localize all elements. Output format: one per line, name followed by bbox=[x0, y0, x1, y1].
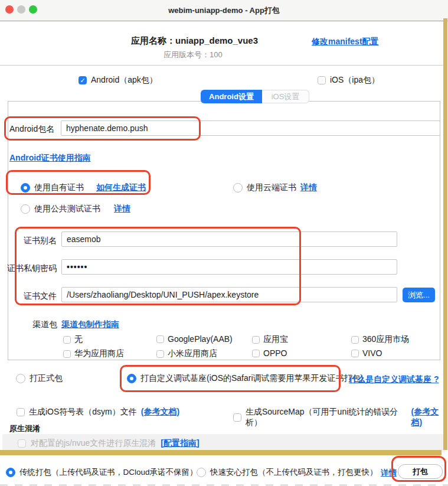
cert-alias-label: 证书别名 bbox=[0, 236, 57, 246]
channel-360-row: 360应用市场 bbox=[351, 334, 409, 345]
cloud-cert-label: 使用云端证书 bbox=[247, 182, 296, 193]
channel-vivo-label: VIVO bbox=[362, 348, 382, 358]
channel-xiaomi-checkbox[interactable] bbox=[156, 350, 164, 358]
channel-none-label: 无 bbox=[74, 334, 83, 345]
ios-platform-label: iOS（ipa包） bbox=[330, 75, 380, 86]
channel-oppo-label: OPPO bbox=[263, 348, 287, 358]
channel-huawei-row: 华为应用商店 bbox=[63, 348, 124, 359]
android-platform-label: Android（apk包） bbox=[91, 75, 158, 86]
custom-base-label: 打自定义调试基座(iOS的Safari调试需要用苹果开发证书打包) bbox=[140, 373, 363, 384]
cert-guide-link[interactable]: Android证书使用指南 bbox=[9, 153, 91, 164]
public-cert-radio[interactable] bbox=[21, 204, 30, 214]
dsym-row: 生成iOS符号表（dsym）文件 (参考文档) bbox=[17, 407, 179, 417]
own-cert-label: 使用自有证书 bbox=[34, 182, 84, 193]
sourcemap-label: 生成SourceMap（可用于uni统计的错误分析） bbox=[246, 407, 407, 428]
cloud-cert-radio[interactable] bbox=[233, 183, 243, 193]
package-name-label: Android包名 bbox=[9, 124, 54, 135]
browse-button[interactable]: 浏览... bbox=[403, 288, 435, 302]
sourcemap-row: 生成SourceMap（可用于uni统计的错误分析） (参考文档) bbox=[233, 407, 448, 428]
sourcemap-checkbox[interactable] bbox=[233, 413, 241, 422]
traditional-package-row: 传统打包（上传代码及证书，DCloud承诺不保留） bbox=[6, 467, 198, 478]
channel-guide-link[interactable]: 渠道包制作指南 bbox=[61, 319, 119, 330]
fast-package-radio[interactable] bbox=[197, 468, 206, 477]
titlebar: webim-uniapp-demo - App打包 bbox=[0, 0, 448, 21]
horizontal-scrollbar[interactable] bbox=[0, 450, 442, 455]
obfuscation-title: 原生混淆 bbox=[9, 423, 40, 434]
public-cert-label: 使用公共测试证书 bbox=[34, 204, 100, 214]
channel-yingyongbao-row: 应用宝 bbox=[252, 334, 288, 345]
platform-android-row: ✓ Android（apk包） bbox=[79, 75, 158, 86]
cert-password-label: 证书私钥密码 bbox=[0, 263, 57, 274]
channel-vivo-checkbox[interactable] bbox=[351, 350, 359, 357]
release-build-row: 打正式包 bbox=[16, 373, 63, 384]
cert-password-input[interactable] bbox=[61, 259, 397, 275]
custom-base-row: 打自定义调试基座(iOS的Safari调试需要用苹果开发证书打包) bbox=[127, 373, 363, 384]
channel-googleplay-checkbox[interactable] bbox=[156, 335, 164, 343]
how-to-generate-cert-link[interactable]: 如何生成证书 bbox=[96, 182, 146, 193]
channel-vivo-row: VIVO bbox=[351, 348, 382, 358]
release-build-radio[interactable] bbox=[16, 374, 25, 383]
channel-oppo-checkbox[interactable] bbox=[252, 350, 260, 357]
sourcemap-doc-link[interactable]: (参考文档) bbox=[411, 407, 448, 428]
header-divider bbox=[0, 65, 443, 66]
public-cert-detail-link[interactable]: 详情 bbox=[114, 204, 130, 214]
channel-huawei-checkbox[interactable] bbox=[63, 350, 71, 358]
obfuscation-label: 对配置的js/nvue文件进行原生混淆 bbox=[31, 438, 156, 449]
dsym-label: 生成iOS符号表（dsym）文件 bbox=[29, 407, 137, 417]
channel-none-row: 无 bbox=[63, 334, 83, 345]
channel-label: 渠道包 bbox=[32, 319, 57, 330]
channel-yingyongbao-label: 应用宝 bbox=[263, 334, 288, 345]
package-button[interactable]: 打包 bbox=[398, 464, 443, 479]
cloud-cert-row: 使用云端证书 详情 bbox=[233, 182, 317, 193]
traditional-package-radio[interactable] bbox=[6, 468, 15, 477]
android-platform-checkbox[interactable]: ✓ bbox=[79, 76, 87, 84]
obfuscation-checkbox[interactable] bbox=[18, 439, 26, 448]
platform-ios-row: iOS（ipa包） bbox=[318, 75, 380, 86]
tab-ios-settings[interactable]: iOS设置 bbox=[262, 90, 309, 103]
obfuscation-guide-link[interactable]: [配置指南] bbox=[161, 438, 199, 449]
fast-package-row: 快速安心打包（不上传代码及证书，打包更快） bbox=[197, 467, 378, 478]
channel-huawei-label: 华为应用商店 bbox=[74, 348, 124, 359]
check-icon: ✓ bbox=[80, 77, 85, 84]
app-package-window: webim-uniapp-demo - App打包 应用名称：uniapp_de… bbox=[0, 0, 448, 486]
own-cert-radio[interactable] bbox=[21, 183, 30, 193]
modify-manifest-link[interactable]: 修改manifest配置 bbox=[312, 37, 379, 47]
cert-alias-input[interactable] bbox=[61, 231, 397, 247]
channel-xiaomi-row: 小米应用商店 bbox=[156, 348, 217, 359]
public-cert-row: 使用公共测试证书 详情 bbox=[21, 204, 130, 214]
cloud-cert-detail-link[interactable]: 详情 bbox=[300, 182, 317, 193]
custom-base-radio[interactable] bbox=[127, 374, 136, 383]
channel-360-checkbox[interactable] bbox=[351, 336, 359, 344]
release-build-label: 打正式包 bbox=[30, 373, 63, 384]
cert-file-input[interactable] bbox=[61, 287, 397, 302]
cert-file-label: 证书文件 bbox=[0, 291, 57, 302]
footer-bar: 传统打包（上传代码及证书，DCloud承诺不保留） 快速安心打包（不上传代码及证… bbox=[0, 455, 448, 486]
channel-googleplay-row: GooglePlay(AAB) bbox=[156, 334, 233, 344]
settings-tabs: Android设置 iOS设置 bbox=[201, 90, 309, 103]
channel-xiaomi-label: 小米应用商店 bbox=[168, 348, 217, 359]
vertical-scrollbar[interactable] bbox=[443, 18, 447, 450]
channel-yingyongbao-checkbox[interactable] bbox=[252, 336, 260, 344]
app-version-text: 应用版本号：100 bbox=[163, 50, 223, 60]
dsym-doc-link[interactable]: (参考文档) bbox=[141, 407, 179, 417]
channel-360-label: 360应用市场 bbox=[362, 334, 409, 345]
tab-android-settings[interactable]: Android设置 bbox=[201, 90, 262, 103]
dsym-checkbox[interactable] bbox=[17, 408, 25, 416]
custom-base-help-link[interactable]: 什么是自定义调试基座 ? bbox=[349, 374, 439, 385]
package-name-input[interactable] bbox=[61, 120, 440, 136]
own-cert-row: 使用自有证书 如何生成证书 bbox=[21, 182, 146, 193]
window-title: webim-uniapp-demo - App打包 bbox=[0, 5, 448, 16]
channel-oppo-row: OPPO bbox=[252, 348, 287, 358]
ios-platform-checkbox[interactable] bbox=[318, 76, 326, 84]
traditional-package-label: 传统打包（上传代码及证书，DCloud承诺不保留） bbox=[19, 467, 198, 478]
channel-none-checkbox[interactable] bbox=[63, 336, 71, 344]
channel-googleplay-label: GooglePlay(AAB) bbox=[168, 334, 233, 344]
app-name-text: 应用名称：uniapp_demo_vue3 bbox=[131, 35, 258, 47]
footer-detail-link[interactable]: 详情 bbox=[381, 468, 397, 478]
fast-package-label: 快速安心打包（不上传代码及证书，打包更快） bbox=[210, 467, 378, 478]
